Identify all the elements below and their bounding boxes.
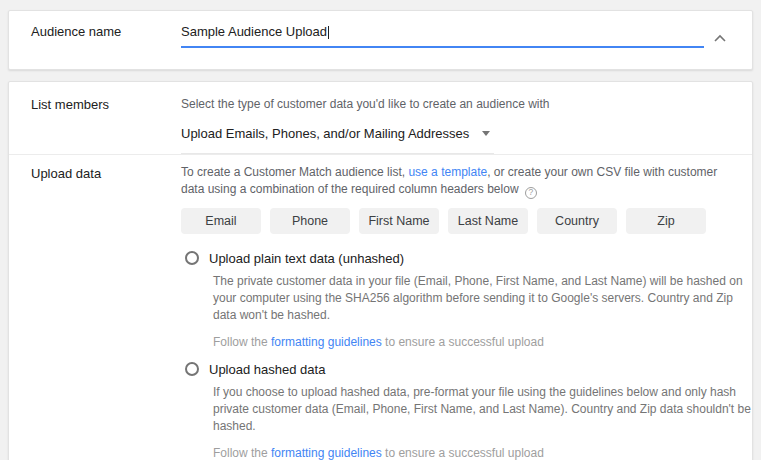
upload-instructions: To create a Customer Match audience list… bbox=[181, 164, 726, 199]
column-header-chips: Email Phone First Name Last Name Country… bbox=[181, 208, 752, 234]
plain-text-option-description: The private customer data in your file (… bbox=[213, 273, 752, 324]
radio-button-plain-text[interactable] bbox=[185, 251, 199, 265]
follow-text-start: Follow the bbox=[213, 446, 271, 460]
list-members-label: List members bbox=[9, 97, 181, 112]
upload-data-content: To create a Customer Match audience list… bbox=[181, 164, 752, 460]
intro-text-start: To create a Customer Match audience list… bbox=[181, 165, 408, 179]
follow-text-end: to ensure a successful upload bbox=[382, 335, 544, 349]
plain-text-follow-line: Follow the formatting guidelines to ensu… bbox=[213, 335, 752, 349]
list-members-helper: Select the type of customer data you'd l… bbox=[181, 97, 550, 111]
upload-data-section: Upload data To create a Customer Match a… bbox=[9, 155, 752, 460]
audience-name-label: Audience name bbox=[9, 24, 181, 39]
formatting-guidelines-link[interactable]: formatting guidelines bbox=[271, 446, 382, 460]
list-members-section: List members Select the type of customer… bbox=[9, 82, 752, 154]
hashed-data-option: Upload hashed data If you choose to uplo… bbox=[181, 362, 752, 460]
plain-text-radio-row[interactable]: Upload plain text data (unhashed) bbox=[181, 251, 752, 266]
chip-last-name: Last Name bbox=[448, 208, 528, 234]
data-type-dropdown-value: Upload Emails, Phones, and/or Mailing Ad… bbox=[181, 126, 469, 141]
plain-text-option: Upload plain text data (unhashed) The pr… bbox=[181, 251, 752, 349]
chip-phone: Phone bbox=[270, 208, 350, 234]
chevron-down-icon bbox=[482, 131, 490, 136]
hashed-data-radio-row[interactable]: Upload hashed data bbox=[181, 362, 752, 377]
chip-first-name: First Name bbox=[359, 208, 439, 234]
audience-name-card: Audience name Sample Audience Upload bbox=[8, 10, 753, 70]
data-type-dropdown[interactable]: Upload Emails, Phones, and/or Mailing Ad… bbox=[181, 126, 494, 154]
chip-country: Country bbox=[537, 208, 617, 234]
collapse-section-button[interactable] bbox=[708, 26, 732, 50]
radio-button-hashed-data[interactable] bbox=[185, 362, 199, 376]
chevron-up-icon bbox=[714, 34, 726, 42]
chip-email: Email bbox=[181, 208, 261, 234]
text-caret bbox=[328, 26, 329, 39]
upload-data-label: Upload data bbox=[9, 164, 181, 181]
follow-text-end: to ensure a successful upload bbox=[382, 446, 544, 460]
formatting-guidelines-link[interactable]: formatting guidelines bbox=[271, 335, 382, 349]
hashed-data-option-description: If you choose to upload hashed data, pre… bbox=[213, 384, 752, 435]
use-a-template-link[interactable]: use a template bbox=[408, 165, 487, 179]
list-members-content: Select the type of customer data you'd l… bbox=[181, 97, 550, 154]
follow-text-start: Follow the bbox=[213, 335, 271, 349]
plain-text-option-label: Upload plain text data (unhashed) bbox=[209, 251, 404, 266]
help-icon[interactable]: ? bbox=[525, 187, 537, 199]
audience-name-input[interactable]: Sample Audience Upload bbox=[181, 24, 704, 48]
customer-match-upload-page: Audience name Sample Audience Upload Lis… bbox=[0, 0, 761, 460]
chip-zip: Zip bbox=[626, 208, 706, 234]
hashed-data-follow-line: Follow the formatting guidelines to ensu… bbox=[213, 446, 752, 460]
hashed-data-option-label: Upload hashed data bbox=[209, 362, 325, 377]
audience-name-value: Sample Audience Upload bbox=[181, 24, 327, 39]
list-settings-card: List members Select the type of customer… bbox=[8, 81, 753, 460]
